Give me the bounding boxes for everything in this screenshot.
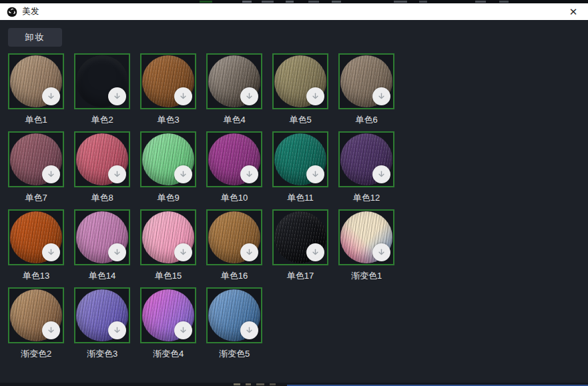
download-icon[interactable] (42, 165, 60, 183)
hair-swatch-10[interactable] (206, 131, 262, 187)
swatch-label: 单色16 (206, 271, 262, 281)
swatch-cell: 单色11 (272, 131, 328, 203)
swatch-cell: 单色2 (74, 53, 130, 125)
dialog-titlebar: 美发 ✕ (0, 3, 588, 20)
swatch-label: 单色2 (74, 115, 130, 125)
swatch-label: 单色4 (206, 115, 262, 125)
download-icon[interactable] (108, 165, 126, 183)
download-icon[interactable] (240, 87, 258, 105)
swatch-cell: 渐变色3 (74, 287, 130, 359)
swatch-cell: 单色13 (8, 209, 64, 281)
swatch-label: 单色11 (272, 193, 328, 203)
swatch-cell: 单色14 (74, 209, 130, 281)
hair-swatch-16[interactable] (206, 209, 262, 265)
download-icon[interactable] (42, 243, 60, 261)
download-icon[interactable] (42, 321, 60, 339)
swatch-label: 单色12 (338, 193, 394, 203)
download-icon[interactable] (372, 165, 390, 183)
hair-swatch-11[interactable] (272, 131, 328, 187)
hair-swatch-21[interactable] (140, 287, 196, 343)
swatch-label: 单色14 (74, 271, 130, 281)
download-icon[interactable] (42, 87, 60, 105)
hair-swatch-20[interactable] (74, 287, 130, 343)
download-icon[interactable] (306, 243, 324, 261)
swatch-cell: 渐变色1 (338, 209, 394, 281)
background-app-strip-bottom (0, 383, 588, 386)
swatch-cell: 单色3 (140, 53, 196, 125)
download-icon[interactable] (174, 243, 192, 261)
dialog-title: 美发 (22, 6, 39, 17)
download-icon[interactable] (108, 321, 126, 339)
swatch-cell: 单色4 (206, 53, 262, 125)
hair-swatch-22[interactable] (206, 287, 262, 343)
swatch-label: 单色1 (8, 115, 64, 125)
swatch-label: 单色15 (140, 271, 196, 281)
download-icon[interactable] (372, 87, 390, 105)
swatch-cell: 渐变色4 (140, 287, 196, 359)
swatch-cell: 渐变色5 (206, 287, 262, 359)
hair-swatch-12[interactable] (338, 131, 394, 187)
download-icon[interactable] (108, 87, 126, 105)
swatch-label: 渐变色3 (74, 349, 130, 359)
download-icon[interactable] (240, 321, 258, 339)
swatch-cell: 单色5 (272, 53, 328, 125)
hair-swatch-3[interactable] (140, 53, 196, 109)
hair-swatch-7[interactable] (8, 131, 64, 187)
swatch-cell: 单色7 (8, 131, 64, 203)
swatch-label: 单色17 (272, 271, 328, 281)
swatch-label: 单色3 (140, 115, 196, 125)
hair-swatch-2[interactable] (74, 53, 130, 109)
hair-swatch-18[interactable] (338, 209, 394, 265)
swatch-label: 渐变色4 (140, 349, 196, 359)
swatch-label: 单色13 (8, 271, 64, 281)
swatch-label: 单色8 (74, 193, 130, 203)
swatch-cell: 单色12 (338, 131, 394, 203)
hair-swatch-17[interactable] (272, 209, 328, 265)
swatch-cell: 单色17 (272, 209, 328, 281)
hair-swatch-9[interactable] (140, 131, 196, 187)
dialog-body: 卸妆 单色1 单色2 (0, 20, 588, 383)
hair-swatch-grid: 单色1 单色2 单色3 (8, 53, 580, 359)
screen: 美发 ✕ 卸妆 单色1 单色2 (0, 0, 588, 386)
swatch-cell: 单色8 (74, 131, 130, 203)
download-icon[interactable] (174, 321, 192, 339)
swatch-label: 单色7 (8, 193, 64, 203)
hair-swatch-5[interactable] (272, 53, 328, 109)
hair-swatch-14[interactable] (74, 209, 130, 265)
remove-makeup-button[interactable]: 卸妆 (8, 28, 62, 47)
hair-swatch-4[interactable] (206, 53, 262, 109)
hair-swatch-8[interactable] (74, 131, 130, 187)
hair-swatch-19[interactable] (8, 287, 64, 343)
download-icon[interactable] (306, 165, 324, 183)
swatch-label: 单色5 (272, 115, 328, 125)
swatch-label: 单色10 (206, 193, 262, 203)
download-icon[interactable] (240, 165, 258, 183)
download-icon[interactable] (306, 87, 324, 105)
swatch-cell: 渐变色2 (8, 287, 64, 359)
hair-swatch-15[interactable] (140, 209, 196, 265)
swatch-cell: 单色10 (206, 131, 262, 203)
download-icon[interactable] (108, 243, 126, 261)
swatch-label: 渐变色2 (8, 349, 64, 359)
swatch-cell: 单色9 (140, 131, 196, 203)
swatch-cell: 单色1 (8, 53, 64, 125)
swatch-label: 渐变色1 (338, 271, 394, 281)
swatch-cell: 单色15 (140, 209, 196, 281)
download-icon[interactable] (240, 243, 258, 261)
swatch-label: 单色6 (338, 115, 394, 125)
swatch-label: 渐变色5 (206, 349, 262, 359)
obs-logo-icon (7, 7, 17, 17)
hair-swatch-13[interactable] (8, 209, 64, 265)
swatch-cell: 单色6 (338, 53, 394, 125)
hair-swatch-1[interactable] (8, 53, 64, 109)
download-icon[interactable] (174, 87, 192, 105)
swatch-label: 单色9 (140, 193, 196, 203)
download-icon[interactable] (372, 243, 390, 261)
hair-swatch-6[interactable] (338, 53, 394, 109)
close-icon[interactable]: ✕ (565, 5, 581, 19)
download-icon[interactable] (174, 165, 192, 183)
swatch-cell: 单色16 (206, 209, 262, 281)
